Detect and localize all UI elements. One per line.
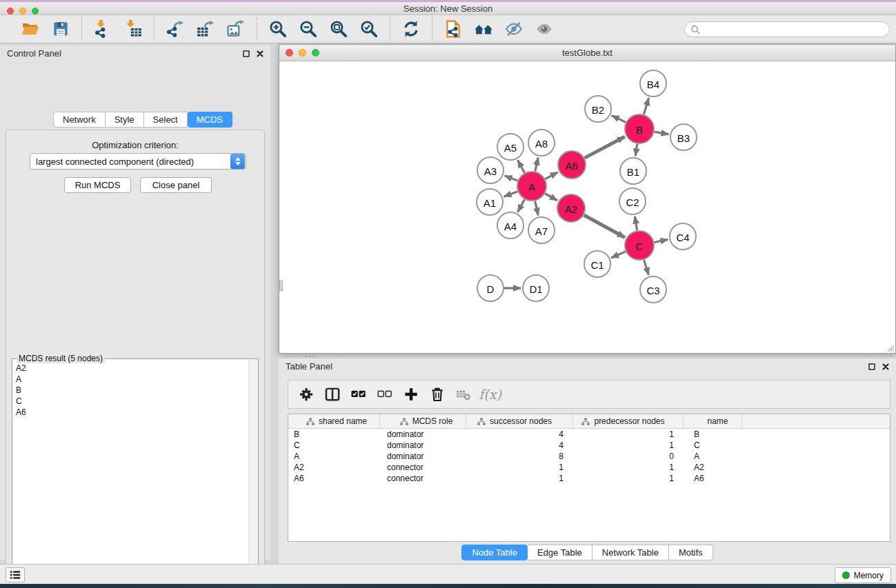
refresh-button[interactable] xyxy=(400,19,422,39)
graph-edge-C-C3[interactable] xyxy=(644,260,649,275)
graph-edge-A-A7[interactable] xyxy=(535,201,539,215)
function-button[interactable]: f(x) xyxy=(480,384,500,405)
table-row[interactable]: Adominator80A xyxy=(288,451,890,462)
graph-node-B3[interactable]: B3 xyxy=(670,124,697,150)
criterion-dropdown[interactable]: largest connected component (directed) xyxy=(30,153,246,170)
graph-edge-B-B4[interactable] xyxy=(644,98,648,114)
graph-node-C[interactable]: C xyxy=(625,231,654,260)
horizontal-divider-handle[interactable] xyxy=(303,354,316,358)
graph-node-B4[interactable]: B4 xyxy=(640,70,666,97)
float-table-panel-icon[interactable] xyxy=(868,363,875,370)
table-row[interactable]: Bdominator41B xyxy=(288,429,890,440)
hide-eye-button[interactable] xyxy=(503,19,525,39)
graph-edge-B-B3[interactable] xyxy=(655,132,669,134)
resize-grip-icon[interactable] xyxy=(886,343,895,352)
result-scrollbar[interactable] xyxy=(248,360,257,588)
graph-edge-A-A4[interactable] xyxy=(518,199,525,212)
graph-edge-A6-B[interactable] xyxy=(585,136,625,158)
export-network-button[interactable] xyxy=(164,19,186,39)
graph-edge-A-A1[interactable] xyxy=(504,192,518,196)
homes-button[interactable] xyxy=(472,19,495,39)
tab-network[interactable]: Network xyxy=(53,112,106,128)
graph-node-B2[interactable]: B2 xyxy=(585,96,611,122)
tab-node-table[interactable]: Node Table xyxy=(461,545,528,560)
export-image-button[interactable] xyxy=(225,19,247,39)
add-column-button[interactable] xyxy=(401,384,421,405)
close-table-panel-icon[interactable] xyxy=(882,363,889,370)
tab-style[interactable]: Style xyxy=(106,112,144,128)
network-canvas[interactable]: B4B2BB3A8A5A6A3B1AA1C2A2A4A7C4CC1DD1C3 xyxy=(279,61,895,353)
graph-edge-C-C2[interactable] xyxy=(635,216,637,231)
result-item-C[interactable]: C xyxy=(16,396,248,407)
tab-motifs[interactable]: Motifs xyxy=(669,545,713,560)
show-eye-button[interactable] xyxy=(533,19,555,39)
graph-node-A1[interactable]: A1 xyxy=(477,189,503,215)
graph-edge-A-A8[interactable] xyxy=(535,157,538,171)
graph-edge-A-A6[interactable] xyxy=(545,172,557,179)
network-minimize-button[interactable] xyxy=(299,49,306,57)
select-all-button[interactable] xyxy=(349,384,369,405)
column-header-successor-nodes[interactable]: successor nodes xyxy=(466,414,573,428)
graph-edge-A-A2[interactable] xyxy=(545,194,557,201)
maximize-window-button[interactable] xyxy=(32,8,39,14)
graph-node-A[interactable]: A xyxy=(517,172,546,201)
result-item-A[interactable]: A xyxy=(16,374,248,385)
column-header-predecessor-nodes[interactable]: predecessor nodes xyxy=(573,414,684,428)
column-header-shared-name[interactable]: shared name xyxy=(288,414,380,428)
column-header-MCDS-role[interactable]: MCDS role xyxy=(380,414,466,428)
graph-edge-C-C1[interactable] xyxy=(611,252,626,258)
graph-node-C4[interactable]: C4 xyxy=(670,223,696,250)
zoom-in-button[interactable] xyxy=(267,19,289,39)
graph-node-B1[interactable]: B1 xyxy=(620,158,646,184)
search-input[interactable] xyxy=(703,22,889,37)
table-row[interactable]: Cdominator41C xyxy=(288,440,890,451)
close-panel-button[interactable]: Close panel xyxy=(140,177,212,193)
graph-node-C2[interactable]: C2 xyxy=(619,188,646,214)
run-mcds-button[interactable]: Run MCDS xyxy=(64,177,131,193)
open-folder-button[interactable] xyxy=(19,19,41,39)
graph-edge-C-C4[interactable] xyxy=(655,239,668,242)
save-button[interactable] xyxy=(50,19,72,39)
zoom-out-button[interactable] xyxy=(297,19,319,39)
graph-node-A5[interactable]: A5 xyxy=(497,134,524,160)
tab-edge-table[interactable]: Edge Table xyxy=(528,545,593,560)
export-table-button[interactable] xyxy=(195,19,217,39)
graph-edge-A-A3[interactable] xyxy=(505,176,518,181)
float-panel-icon[interactable] xyxy=(243,50,250,57)
result-item-B[interactable]: B xyxy=(16,385,248,396)
close-window-button[interactable] xyxy=(7,8,14,14)
network-close-button[interactable] xyxy=(286,49,293,57)
graph-node-C3[interactable]: C3 xyxy=(640,276,666,303)
table-row[interactable]: A2connector11A2 xyxy=(288,462,890,473)
tab-mcds[interactable]: MCDS xyxy=(188,112,232,128)
split-view-button[interactable] xyxy=(323,384,343,405)
search-box[interactable] xyxy=(684,21,890,37)
graph-node-A8[interactable]: A8 xyxy=(528,130,555,156)
delete-column-button[interactable] xyxy=(428,384,448,405)
network-from-document-button[interactable] xyxy=(442,19,464,39)
delete-table-button[interactable] xyxy=(454,384,474,405)
network-window-titlebar[interactable]: testGlobe.txt xyxy=(279,45,895,61)
unselect-all-button[interactable] xyxy=(375,384,395,405)
gear-button[interactable] xyxy=(297,384,317,405)
graph-node-A7[interactable]: A7 xyxy=(528,217,555,243)
import-network-button[interactable] xyxy=(92,19,114,39)
table-row[interactable]: A6connector11A6 xyxy=(288,473,890,484)
graph-node-A6[interactable]: A6 xyxy=(558,151,586,179)
graph-edge-B-B1[interactable] xyxy=(635,144,637,156)
graph-node-A3[interactable]: A3 xyxy=(477,157,504,183)
result-item-A6[interactable]: A6 xyxy=(16,407,248,418)
graph-edge-A-A5[interactable] xyxy=(518,160,525,172)
minimize-window-button[interactable] xyxy=(19,8,26,14)
graph-edge-B-B2[interactable] xyxy=(612,116,626,123)
network-maximize-button[interactable] xyxy=(312,49,319,57)
memory-button[interactable]: Memory xyxy=(835,567,891,583)
graph-node-C1[interactable]: C1 xyxy=(584,251,610,277)
graph-node-D[interactable]: D xyxy=(477,275,504,301)
zoom-selected-button[interactable] xyxy=(358,19,380,39)
mcds-result-list[interactable]: A2ABCA6 xyxy=(13,360,248,588)
import-table-button[interactable] xyxy=(122,19,144,39)
task-history-button[interactable] xyxy=(6,567,25,582)
graph-edge-A2-C[interactable] xyxy=(584,215,624,237)
graph-node-A4[interactable]: A4 xyxy=(497,212,524,239)
